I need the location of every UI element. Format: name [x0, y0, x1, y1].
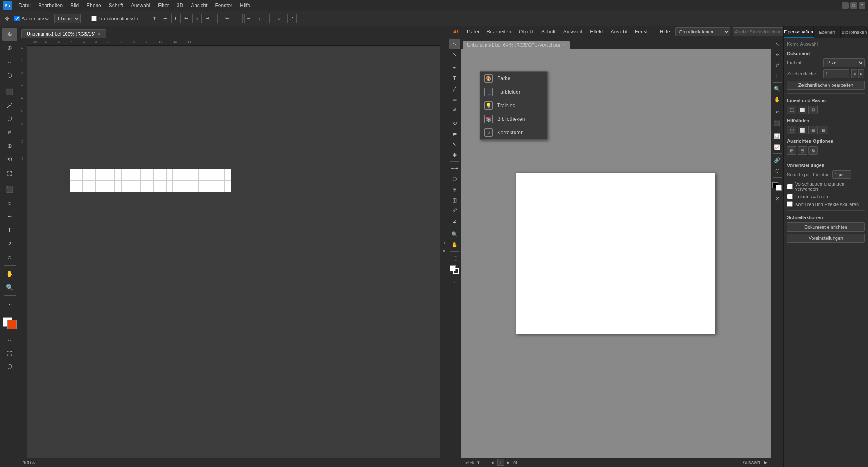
ai-tool-brush[interactable]: ✐ [449, 105, 460, 115]
ai-tool-puppet[interactable]: ✚ [449, 150, 460, 160]
ps-menu-fenster[interactable]: Fenster [212, 2, 236, 9]
ps-tool-type[interactable]: T [2, 224, 17, 236]
guides-icon-4[interactable]: ⊟ [819, 126, 828, 134]
ps-color-swatches[interactable] [2, 314, 17, 329]
ai-playback-btn[interactable]: ▶ [764, 460, 767, 465]
ps-tool-lasso[interactable]: ○ [2, 55, 17, 68]
guides-icon-3[interactable]: ⊞ [808, 126, 818, 134]
ai-right-tool-crop[interactable]: ⬛ [772, 118, 783, 128]
ruler-icon-2[interactable]: ⬜ [798, 106, 807, 114]
popup-item-bibliotheken[interactable]: 📚 Bibliotheken [480, 112, 547, 126]
panel-tab-bibliotheken[interactable]: Bibliotheken [841, 26, 868, 38]
ps-menu-filter[interactable]: Filter [154, 2, 172, 9]
ai-right-color-swatches[interactable] [772, 181, 783, 193]
ai-canvas-area[interactable]: Unbenannt-1 bei 64 % (RGB/GPU-Vorschau) … [461, 37, 771, 467]
ps-auto-select-checkbox[interactable]: Autom. ausw.: [14, 16, 51, 21]
scale-strokes-checkbox[interactable] [787, 201, 793, 207]
ps-tool-eraser[interactable]: ⬚ [2, 167, 17, 179]
ai-menu-auswahl[interactable]: Auswahl [560, 28, 586, 36]
panel-tab-ebenen[interactable]: Ebenen [814, 26, 841, 38]
ps-tool-mask[interactable]: ○ [2, 333, 17, 346]
ai-tab-close[interactable]: × [563, 43, 565, 47]
ai-right-tool-zoom[interactable]: 🔍 [772, 84, 783, 94]
ai-tab[interactable]: Unbenannt-1 bei 64 % (RGB/GPU-Vorschau) … [463, 41, 570, 49]
ps-tool-history[interactable]: ⟲ [2, 153, 17, 166]
ai-tool-select[interactable]: ↖ [449, 39, 460, 49]
artboard-increment-btn[interactable]: ▸ [858, 69, 864, 78]
ps-menu-bild[interactable]: Bild [67, 2, 82, 9]
ai-tool-mirror[interactable]: ⇌ [449, 129, 460, 139]
snap-icon-3[interactable]: ⊠ [808, 146, 818, 155]
ps-tool-dodge[interactable]: ○ [2, 197, 17, 209]
ps-quick-mask-icon[interactable]: ○ [275, 14, 284, 23]
ai-tool-eyedropper[interactable]: 🖊 [449, 206, 460, 216]
ps-tool-dots[interactable]: ··· [2, 297, 17, 310]
ai-right-stroke[interactable] [776, 185, 782, 191]
ai-right-tool-slices[interactable]: ⬡ [772, 166, 783, 176]
ps-tool-eyedropper[interactable]: 🖊 [2, 99, 17, 111]
artboard-decrement-btn[interactable]: ◂ [851, 69, 857, 78]
ps-menu-schrift[interactable]: Schrift [106, 2, 127, 9]
ai-artboard-next[interactable]: ▸ [507, 460, 510, 465]
ai-tool-measure[interactable]: ⊿ [449, 216, 460, 226]
ps-align-vcenter-icon[interactable]: ⬌ [161, 14, 170, 23]
popup-item-korrekturen[interactable]: ✓ Korrekturen [480, 126, 547, 139]
collapse-right-btn[interactable]: ▸ [442, 247, 447, 255]
ps-move-tool-icon[interactable]: ✥ [3, 15, 11, 22]
ruler-icon-3[interactable]: ⊞ [808, 106, 818, 114]
ai-tool-gradient[interactable]: ◫ [449, 195, 460, 205]
artboard-input[interactable] [823, 69, 849, 78]
popup-item-training[interactable]: 💡 Training [480, 99, 547, 112]
ps-tool-zoom[interactable]: 🔍 [2, 281, 17, 294]
ps-transform-checkbox[interactable]: Transformationssttr. [91, 16, 139, 21]
ps-tool-magic-wand[interactable]: ⬡ [2, 69, 17, 81]
ps-menu-ebene[interactable]: Ebene [83, 2, 105, 9]
ai-right-tool-none[interactable]: ⊘ [772, 194, 783, 204]
ai-tool-type[interactable]: T [449, 73, 460, 83]
ai-menu-schrift[interactable]: Schrift [538, 28, 559, 36]
ps-tool-frame[interactable]: ⬚ [2, 347, 17, 359]
quick-action-prefs-btn[interactable]: Voreinstellungen [787, 234, 865, 243]
ai-right-tool-rotate[interactable]: ⟲ [772, 108, 783, 118]
ai-menu-fenster[interactable]: Fenster [632, 28, 656, 36]
ps-menu-bearbeiten[interactable]: Bearbeiten [35, 2, 66, 9]
ai-artboard[interactable] [516, 173, 715, 334]
ai-right-tool-select[interactable]: ↖ [772, 39, 783, 49]
ai-color-swatches[interactable] [449, 264, 460, 276]
ps-tool-crop[interactable]: ⬛ [2, 85, 17, 98]
ai-tool-rect[interactable]: ▭ [449, 95, 460, 105]
popup-item-farbe[interactable]: 🎨 Farbe [480, 72, 547, 85]
ai-menu-effekt[interactable]: Effekt [587, 28, 606, 36]
ai-tool-pen[interactable]: ✒ [449, 63, 460, 73]
ai-preset-select[interactable]: Grundfunktionen [675, 27, 730, 36]
ps-maximize-btn[interactable]: □ [850, 2, 857, 9]
ps-align-right-icon[interactable]: ➡ [203, 14, 212, 23]
ps-tool-path-select[interactable]: ↗ [2, 237, 17, 250]
unit-select[interactable]: Pixel [823, 58, 865, 67]
ai-tool-blend[interactable]: ⬡ [449, 174, 460, 184]
ps-distribute-hcenter-icon[interactable]: ↔ [234, 14, 243, 23]
ps-tool-clone[interactable]: ⊕ [2, 139, 17, 152]
ai-right-tool-chart[interactable]: 📊 [772, 131, 783, 142]
ps-menu-ansicht[interactable]: Ansicht [187, 2, 211, 9]
ai-tool-direct-select[interactable]: ↘ [449, 50, 460, 60]
ai-menu-ansicht[interactable]: Ansicht [607, 28, 631, 36]
ps-menu-3d[interactable]: 3D [173, 2, 186, 9]
ai-tool-hand[interactable]: ✋ [449, 240, 460, 250]
clip-bounds-checkbox[interactable] [787, 184, 793, 189]
ps-distribute-vcenter-icon[interactable]: ↕ [255, 14, 264, 23]
ps-tool-pen[interactable]: ✒ [2, 210, 17, 223]
ai-right-tool-link[interactable]: 🔗 [772, 155, 783, 165]
ps-fg-color[interactable] [7, 320, 17, 329]
quick-action-setup-btn[interactable]: Dokument einrichten [787, 222, 865, 232]
ps-align-hcenter-icon[interactable]: ↕ [192, 14, 202, 23]
ai-artboard-prev[interactable]: ◂ [491, 460, 494, 465]
ai-menu-bearbeiten[interactable]: Bearbeiten [483, 28, 515, 36]
ps-align-left-icon[interactable]: ⬅ [182, 14, 191, 23]
ai-right-tool-type[interactable]: T [772, 71, 783, 81]
ai-tool-mesh[interactable]: ⊞ [449, 184, 460, 195]
ps-share-icon[interactable]: ↗ [287, 14, 297, 23]
ps-canvas-inner[interactable] [27, 46, 440, 458]
guides-icon-1[interactable]: ⬚ [787, 126, 796, 134]
ps-menu-datei[interactable]: Datei [15, 2, 34, 9]
